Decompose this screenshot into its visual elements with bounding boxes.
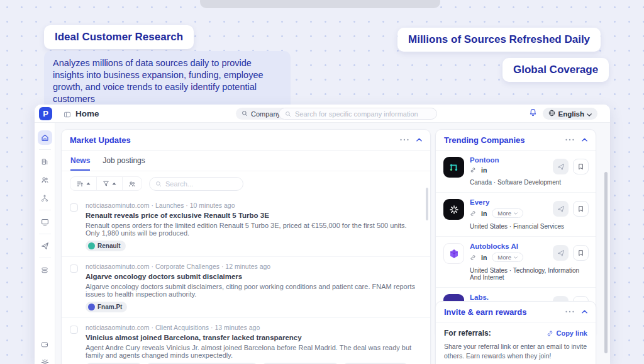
- callout-global-coverage: Global Coverage: [502, 58, 609, 82]
- collapse-chevron-icon[interactable]: [416, 138, 422, 142]
- wallet-icon[interactable]: [38, 337, 52, 351]
- invite-rewards-panel: Invite & earn rewards For referrals: Cop…: [435, 301, 596, 364]
- sidebar-divider: [39, 234, 51, 234]
- trending-company-row[interactable]: Every in More United States · Financial …: [436, 193, 596, 237]
- tab-news[interactable]: News: [70, 156, 90, 171]
- filter-segmented-control: [70, 176, 142, 191]
- left-sidebar: [35, 123, 55, 364]
- news-description: Agent Andre Cury reveals Vinicius Jr. al…: [86, 344, 419, 359]
- company-tag[interactable]: Fnam.Pt: [86, 302, 127, 312]
- invite-description: Share your referral link or enter an ema…: [444, 342, 587, 361]
- company-location: Canada · Software Development: [470, 179, 588, 186]
- news-meta: noticiasaominuto.com · Corporate Challen…: [86, 263, 419, 270]
- top-notch: [200, 0, 440, 8]
- news-list-scrollbar[interactable]: [426, 188, 428, 220]
- bookmark-button[interactable]: [573, 245, 589, 261]
- news-search[interactable]: [149, 177, 243, 191]
- market-tabs: News Job postings: [62, 151, 430, 171]
- filter-button[interactable]: [96, 177, 122, 190]
- sidebar-divider: [39, 258, 51, 258]
- search-icon: [242, 110, 248, 118]
- home-icon[interactable]: [38, 130, 52, 145]
- news-description: Algarve oncology doctors submit disclaim…: [86, 283, 419, 298]
- company-location: United States · Financial Services: [470, 223, 588, 230]
- callout-millions-sources: Millions of Sources Refreshed Daily: [397, 28, 601, 52]
- company-location: United States · Technology, Information …: [470, 267, 588, 281]
- triangle-up-icon: [86, 182, 91, 185]
- website-link-icon[interactable]: [470, 167, 476, 173]
- bookmark-button[interactable]: [573, 201, 589, 217]
- language-selector[interactable]: English: [543, 108, 597, 120]
- linkedin-icon[interactable]: in: [481, 166, 487, 174]
- news-checkbox[interactable]: [70, 203, 78, 212]
- people-icon[interactable]: [38, 173, 52, 187]
- news-checkbox[interactable]: [70, 264, 78, 273]
- tab-job-postings[interactable]: Job postings: [103, 156, 145, 171]
- share-send-button[interactable]: [553, 159, 569, 174]
- language-label: English: [558, 110, 584, 118]
- companies-icon[interactable]: [38, 154, 52, 169]
- more-menu-icon[interactable]: [565, 139, 574, 141]
- more-menu-icon[interactable]: [400, 139, 409, 141]
- news-meta: noticiasaominuto.com · Launches · 10 min…: [86, 202, 419, 209]
- callout-description: Analyzes millions of data sources daily …: [44, 51, 291, 112]
- sidebar-divider: [39, 210, 51, 210]
- global-search[interactable]: [279, 108, 437, 120]
- data-icon[interactable]: [38, 263, 52, 277]
- copy-link-button[interactable]: Copy link: [547, 329, 587, 337]
- more-menu-icon[interactable]: [565, 310, 574, 313]
- screen-share-icon[interactable]: [38, 215, 52, 229]
- invite-header: Invite & earn rewards: [436, 302, 596, 322]
- company-filter-label: Company: [251, 110, 280, 118]
- news-title: Vinicius almost joined Barcelona, transf…: [86, 334, 419, 341]
- company-logo: [443, 243, 464, 264]
- linkedin-icon[interactable]: in: [481, 254, 487, 261]
- share-send-button[interactable]: [553, 201, 569, 217]
- trending-title: Trending Companies: [444, 135, 525, 145]
- company-tag[interactable]: Renault: [86, 241, 126, 251]
- collapse-chevron-icon[interactable]: [582, 138, 587, 142]
- app-window: P Home Company ? English: [35, 105, 610, 364]
- news-filter-row: [62, 171, 430, 196]
- collapse-chevron-icon[interactable]: [582, 310, 587, 314]
- news-item[interactable]: noticiasaominuto.com · Corporate Challen…: [62, 257, 430, 318]
- app-logo[interactable]: P: [39, 107, 52, 120]
- sort-button[interactable]: [70, 177, 96, 190]
- news-checkbox[interactable]: [70, 326, 78, 334]
- connections-icon[interactable]: [38, 191, 52, 205]
- market-updates-title: Market Updates: [70, 135, 131, 145]
- company-tag-logo: [88, 242, 95, 249]
- more-links-pill[interactable]: More: [492, 208, 523, 218]
- global-search-input[interactable]: [295, 110, 431, 118]
- trending-company-row[interactable]: Pontoon in More Canada · Software Develo…: [436, 151, 596, 193]
- market-updates-panel: Market Updates News Job postings: [61, 129, 431, 364]
- settings-gear-icon[interactable]: [38, 355, 52, 364]
- news-meta: noticiasaominuto.com · Client Acquisitio…: [86, 324, 419, 331]
- for-referrals-label: For referrals:: [444, 329, 491, 338]
- send-icon[interactable]: [38, 239, 52, 253]
- news-item[interactable]: noticiasaominuto.com · Launches · 10 min…: [62, 196, 430, 257]
- trending-header: Trending Companies: [436, 130, 596, 151]
- news-item[interactable]: noticiasaominuto.com · Client Acquisitio…: [62, 318, 430, 364]
- more-links-pill[interactable]: More: [492, 253, 523, 262]
- linkedin-icon[interactable]: in: [481, 210, 487, 217]
- top-nav: P Home Company ? English: [35, 105, 610, 123]
- sidebar-toggle-icon[interactable]: [64, 110, 71, 121]
- chevron-down-icon: [587, 110, 592, 118]
- website-link-icon[interactable]: [470, 210, 476, 217]
- sidebar-divider: [39, 149, 51, 150]
- page-scrollbar[interactable]: [604, 172, 608, 353]
- news-description: Renault opens orders for the limited edi…: [86, 222, 419, 237]
- notifications-bell-icon[interactable]: [529, 108, 537, 117]
- trending-company-row[interactable]: Autoblocks AI in More United States · Te…: [436, 237, 596, 288]
- chevron-down-icon: [514, 256, 518, 259]
- search-icon: [285, 108, 291, 120]
- callout-ideal-customer-research: Ideal Customer Research: [44, 25, 194, 49]
- audience-filter-button[interactable]: [122, 177, 142, 190]
- website-link-icon[interactable]: [470, 254, 476, 261]
- bookmark-button[interactable]: [573, 159, 589, 174]
- share-send-button[interactable]: [553, 245, 569, 261]
- news-search-input[interactable]: [165, 180, 255, 188]
- search-icon: [155, 178, 162, 190]
- company-logo: [443, 157, 464, 178]
